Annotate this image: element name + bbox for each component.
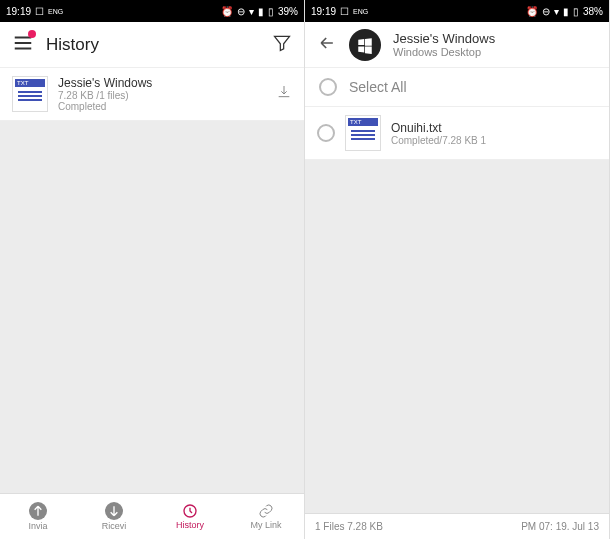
- file-icon: TXT: [345, 115, 381, 151]
- signal-icon: ▮: [258, 6, 264, 17]
- entry-meta: 7.28 KB /1 files): [58, 90, 266, 101]
- download-icon[interactable]: [276, 84, 292, 104]
- status-time: 19:19: [6, 6, 31, 17]
- footer-timestamp: PM 07: 19. Jul 13: [521, 521, 599, 532]
- nav-history[interactable]: History: [152, 494, 228, 539]
- file-meta: Completed/7.28 KB 1: [391, 135, 597, 146]
- nav-receive[interactable]: Ricevi: [76, 494, 152, 539]
- content: TXT Jessie's Windows 7.28 KB /1 files) C…: [0, 68, 304, 493]
- wifi-icon: ▾: [554, 6, 559, 17]
- nav-send[interactable]: Invia: [0, 494, 76, 539]
- vpn-icon: ⊖: [542, 6, 550, 17]
- battery-icon: ▯: [573, 6, 579, 17]
- alarm-icon: ⏰: [526, 6, 538, 17]
- file-icon: TXT: [12, 76, 48, 112]
- topbar: History: [0, 22, 304, 68]
- lang-icon: ENG: [353, 8, 368, 15]
- content: Select All TXT Onuihi.txt Completed/7.28…: [305, 68, 609, 513]
- notification-dot: [28, 30, 36, 38]
- screen-history: 19:19 ☐ ENG ⏰ ⊖ ▾ ▮ ▯ 39% History TXT: [0, 0, 305, 539]
- page-title: History: [46, 35, 260, 55]
- back-button[interactable]: [317, 33, 337, 57]
- topbar: Jessie's Windows Windows Desktop: [305, 22, 609, 68]
- menu-button[interactable]: [12, 32, 34, 58]
- statusbar: 19:19 ☐ ENG ⏰ ⊖ ▾ ▮ ▯ 39%: [0, 0, 304, 22]
- file-name: Onuihi.txt: [391, 121, 597, 135]
- battery-text: 38%: [583, 6, 603, 17]
- select-all-radio[interactable]: [319, 78, 337, 96]
- lang-icon: ENG: [48, 8, 63, 15]
- entry-name: Jessie's Windows: [58, 76, 266, 90]
- bottom-nav: Invia Ricevi History My Link: [0, 493, 304, 539]
- device-type: Windows Desktop: [393, 46, 597, 58]
- file-radio[interactable]: [317, 124, 335, 142]
- wifi-icon: ▾: [249, 6, 254, 17]
- history-entry[interactable]: TXT Jessie's Windows 7.28 KB /1 files) C…: [0, 68, 304, 121]
- status-time: 19:19: [311, 6, 336, 17]
- file-entry[interactable]: TXT Onuihi.txt Completed/7.28 KB 1: [305, 107, 609, 160]
- card-icon: ☐: [35, 6, 44, 17]
- footer-summary: 1 Files 7.28 KB: [315, 521, 383, 532]
- nav-mylink[interactable]: My Link: [228, 494, 304, 539]
- battery-icon: ▯: [268, 6, 274, 17]
- card-icon: ☐: [340, 6, 349, 17]
- vpn-icon: ⊖: [237, 6, 245, 17]
- select-all-row[interactable]: Select All: [305, 68, 609, 107]
- alarm-icon: ⏰: [221, 6, 233, 17]
- entry-status: Completed: [58, 101, 266, 112]
- footer: 1 Files 7.28 KB PM 07: 19. Jul 13: [305, 513, 609, 539]
- signal-icon: ▮: [563, 6, 569, 17]
- filter-button[interactable]: [272, 33, 292, 57]
- screen-detail: 19:19 ☐ ENG ⏰ ⊖ ▾ ▮ ▯ 38% Jessie's Windo…: [305, 0, 610, 539]
- device-name: Jessie's Windows: [393, 31, 597, 46]
- windows-icon: [349, 29, 381, 61]
- statusbar: 19:19 ☐ ENG ⏰ ⊖ ▾ ▮ ▯ 38%: [305, 0, 609, 22]
- battery-text: 39%: [278, 6, 298, 17]
